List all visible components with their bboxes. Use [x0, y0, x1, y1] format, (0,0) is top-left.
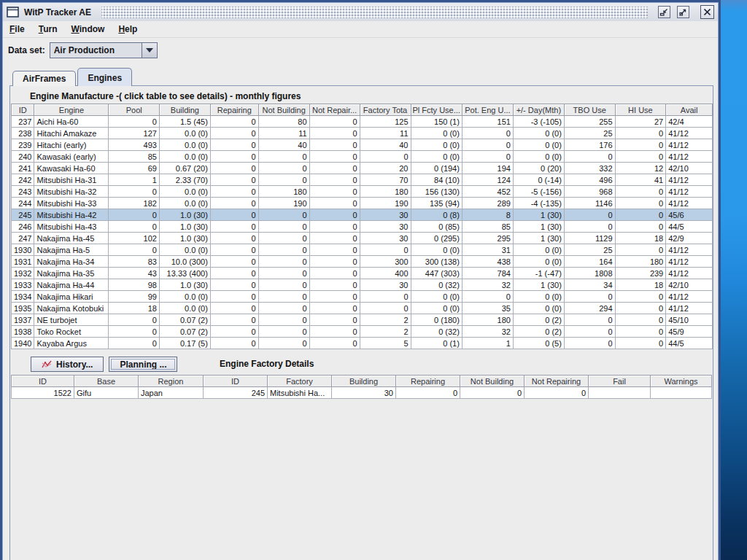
- cell[interactable]: 0: [615, 291, 666, 303]
- cell[interactable]: 0: [309, 198, 360, 209]
- cell[interactable]: 0: [210, 279, 258, 291]
- table-row[interactable]: 239Hitachi (early)4930.0 (0)0400400 (0)0…: [12, 139, 713, 151]
- cell[interactable]: 1937: [12, 314, 34, 326]
- cell[interactable]: 0: [615, 326, 666, 338]
- cell[interactable]: 0 (0): [411, 128, 462, 139]
- engine-manufacture-table[interactable]: IDEnginePoolBuildingRepairingNot Buildin…: [11, 104, 713, 349]
- cell[interactable]: 0: [109, 221, 160, 233]
- column-header-pool[interactable]: Pool: [109, 104, 160, 116]
- table-row[interactable]: 1930Nakajima Ha-500.0 (0)00000 (0)310 (0…: [12, 244, 713, 256]
- cell[interactable]: 32: [462, 326, 513, 338]
- table-row[interactable]: 1522GifuJapan245Mitsubishi Ha...30000: [12, 387, 712, 399]
- minimize-button[interactable]: [658, 6, 670, 18]
- cell[interactable]: 0: [210, 163, 258, 174]
- cell[interactable]: 0: [258, 338, 309, 349]
- cell[interactable]: 41/12: [666, 139, 713, 151]
- cell[interactable]: 85: [109, 151, 160, 163]
- combobox-dropdown-button[interactable]: [142, 43, 157, 58]
- cell[interactable]: 42/10: [666, 163, 713, 174]
- table-row[interactable]: 240Kawasaki (early)850.0 (0)00000 (0)00 …: [12, 151, 713, 163]
- cell[interactable]: 30: [360, 279, 411, 291]
- cell[interactable]: 0.0 (0): [159, 291, 210, 303]
- cell[interactable]: 0 (0): [513, 151, 564, 163]
- cell[interactable]: 0: [309, 303, 360, 314]
- table-row[interactable]: 237Aichi Ha-6001.5 (45)0800125150 (1)151…: [12, 116, 713, 128]
- cell[interactable]: 0 (85): [411, 221, 462, 233]
- cell[interactable]: 0: [309, 256, 360, 268]
- cell[interactable]: 0 (-14): [513, 174, 564, 186]
- cell[interactable]: 0.0 (0): [159, 186, 210, 198]
- cell[interactable]: Mitsubishi Ha-32: [34, 186, 109, 198]
- dataset-combobox[interactable]: Air Production: [50, 42, 158, 58]
- cell[interactable]: 245: [12, 209, 34, 221]
- cell[interactable]: 0 (295): [411, 233, 462, 244]
- cell[interactable]: 0: [564, 338, 615, 349]
- cell[interactable]: 245: [204, 387, 268, 399]
- cell[interactable]: 0: [210, 256, 258, 268]
- cell[interactable]: 0.0 (0): [159, 139, 210, 151]
- cell[interactable]: 135 (94): [411, 198, 462, 209]
- cell[interactable]: 300: [360, 256, 411, 268]
- cell[interactable]: 41/12: [666, 198, 713, 209]
- cell[interactable]: 438: [462, 256, 513, 268]
- cell[interactable]: 0: [258, 221, 309, 233]
- cell[interactable]: 40: [258, 139, 309, 151]
- cell[interactable]: 0 (2): [513, 326, 564, 338]
- column-header-repairing[interactable]: Repairing: [396, 376, 460, 387]
- cell[interactable]: 85: [462, 221, 513, 233]
- cell[interactable]: 289: [462, 198, 513, 209]
- cell[interactable]: 25: [564, 128, 615, 139]
- cell[interactable]: 0: [462, 291, 513, 303]
- cell[interactable]: 0: [309, 139, 360, 151]
- cell[interactable]: 41/12: [666, 186, 713, 198]
- cell[interactable]: 1.0 (30): [159, 221, 210, 233]
- cell[interactable]: 10.0 (300): [159, 256, 210, 268]
- cell[interactable]: 255: [564, 116, 615, 128]
- menu-window[interactable]: Window: [71, 24, 104, 34]
- cell[interactable]: 27: [615, 116, 666, 128]
- cell[interactable]: 0: [109, 314, 160, 326]
- cell[interactable]: 40: [360, 139, 411, 151]
- column-header-id[interactable]: ID: [204, 376, 268, 387]
- cell[interactable]: 1146: [564, 198, 615, 209]
- cell[interactable]: 0: [360, 303, 411, 314]
- cell[interactable]: 32: [462, 279, 513, 291]
- cell[interactable]: 44/5: [666, 221, 713, 233]
- column-header-not-building[interactable]: Not Building: [460, 376, 525, 387]
- table-row[interactable]: 247Nakajima Ha-451021.0 (30)000300 (295)…: [12, 233, 713, 244]
- cell[interactable]: 0: [615, 128, 666, 139]
- cell[interactable]: Hitachi (early): [34, 139, 109, 151]
- cell[interactable]: 0 (0): [513, 303, 564, 314]
- cell[interactable]: 0.0 (0): [159, 128, 210, 139]
- column-header-factory-tota[interactable]: Factory Tota: [360, 104, 411, 116]
- cell[interactable]: 41/12: [666, 151, 713, 163]
- cell[interactable]: 968: [564, 186, 615, 198]
- cell[interactable]: 41/12: [666, 174, 713, 186]
- cell[interactable]: 0: [396, 387, 460, 399]
- cell[interactable]: 332: [564, 163, 615, 174]
- cell[interactable]: 0: [615, 209, 666, 221]
- cell[interactable]: 2.33 (70): [159, 174, 210, 186]
- cell[interactable]: 0: [564, 209, 615, 221]
- cell[interactable]: 156 (130): [411, 186, 462, 198]
- cell[interactable]: 0: [210, 244, 258, 256]
- cell[interactable]: 0: [258, 268, 309, 279]
- cell[interactable]: 1522: [12, 387, 74, 399]
- column-header-tbo-use[interactable]: TBO Use: [564, 104, 615, 116]
- cell[interactable]: 0: [309, 163, 360, 174]
- cell[interactable]: 0: [258, 326, 309, 338]
- cell[interactable]: 242: [12, 174, 34, 186]
- cell[interactable]: 241: [12, 163, 34, 174]
- cell[interactable]: 1933: [12, 279, 34, 291]
- cell[interactable]: 180: [258, 186, 309, 198]
- cell[interactable]: 0: [109, 116, 160, 128]
- cell[interactable]: 0: [210, 198, 258, 209]
- cell[interactable]: 30: [360, 209, 411, 221]
- cell[interactable]: 45/10: [666, 314, 713, 326]
- cell[interactable]: 0: [615, 314, 666, 326]
- cell[interactable]: 0: [615, 338, 666, 349]
- cell[interactable]: 0 (0): [513, 139, 564, 151]
- cell[interactable]: 42/9: [666, 233, 713, 244]
- cell[interactable]: 0: [210, 174, 258, 186]
- cell[interactable]: 0 (0): [513, 256, 564, 268]
